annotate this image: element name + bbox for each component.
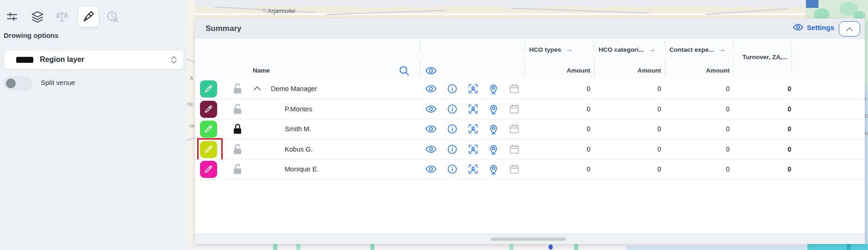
visibility-eye-icon[interactable] xyxy=(425,83,437,95)
row-name: Monique E. xyxy=(285,159,318,179)
row-name: Smith M. xyxy=(285,119,311,139)
edit-pencil-button[interactable] xyxy=(200,101,217,118)
scales-tool-button[interactable] xyxy=(51,6,73,27)
info-icon[interactable] xyxy=(446,163,458,175)
app-screen: Arjamsvlei A ng rie t D la xyxy=(0,0,868,250)
calendar-icon[interactable] xyxy=(508,163,520,175)
history-user-icon xyxy=(106,10,119,24)
edit-pencil-button[interactable] xyxy=(200,141,217,158)
map-text-fragment: t xyxy=(865,96,866,102)
map-place-marker-icon xyxy=(263,9,266,12)
drawing-options-title: Drowing options xyxy=(4,31,58,39)
collapse-row-chevron-icon[interactable] xyxy=(253,86,261,91)
layer-select[interactable]: Region layer xyxy=(4,50,184,69)
amount-value: 0 xyxy=(679,119,730,139)
column-name[interactable]: Name xyxy=(253,62,270,79)
calendar-icon[interactable] xyxy=(508,123,520,135)
location-pin-icon[interactable] xyxy=(487,103,500,115)
table-body: Demo Manager 0 0 0 0 xyxy=(195,79,865,180)
search-icon[interactable] xyxy=(398,65,410,77)
chevron-up-icon xyxy=(846,27,853,31)
location-pin-icon[interactable] xyxy=(487,123,500,135)
marker-icon xyxy=(81,10,95,24)
amount-value: 0 xyxy=(610,140,661,159)
amount-value: 0 xyxy=(539,119,590,139)
pencil-icon xyxy=(204,84,213,94)
settings-eye-icon xyxy=(793,23,804,31)
location-pin-icon[interactable] xyxy=(487,83,500,95)
amount-value: 0 xyxy=(539,159,590,179)
split-venue-toggle[interactable] xyxy=(4,77,32,90)
column-amount[interactable]: Amount xyxy=(539,62,590,79)
locate-person-icon[interactable] xyxy=(467,103,479,115)
layers-tool-button[interactable] xyxy=(27,6,48,27)
marker-tool-button[interactable] xyxy=(78,6,99,27)
edit-pencil-button[interactable] xyxy=(200,80,217,98)
info-icon[interactable] xyxy=(446,83,458,95)
amount-value: 0 xyxy=(610,119,661,139)
table-row: Kobus G. 0 0 0 0 xyxy=(195,140,865,160)
settings-link[interactable]: Settings xyxy=(793,23,834,31)
column-amount[interactable]: Amount xyxy=(679,62,730,79)
locate-person-icon[interactable] xyxy=(467,163,479,175)
map-text-fragment: A xyxy=(190,75,193,81)
visibility-eye-icon[interactable] xyxy=(425,123,437,135)
toggle-knob xyxy=(6,79,16,88)
amount-value: 0 xyxy=(679,99,730,119)
turnover-value: 0 xyxy=(740,99,791,119)
row-name: Kobus G. xyxy=(285,140,312,159)
location-pin-icon[interactable] xyxy=(487,163,500,175)
amount-value: 0 xyxy=(610,99,661,119)
visibility-all-eye-icon[interactable] xyxy=(425,65,437,77)
select-chevrons-icon xyxy=(171,56,177,64)
turnover-value: 0 xyxy=(740,119,791,139)
summary-panel-header: Summary Settings xyxy=(195,18,865,39)
calendar-icon[interactable] xyxy=(508,143,520,155)
row-name: Demo Manager xyxy=(271,79,317,99)
amount-value: 0 xyxy=(539,140,590,159)
column-group-contact-expenses[interactable]: Contact expe...→ xyxy=(669,45,725,53)
visibility-eye-icon[interactable] xyxy=(425,163,437,175)
column-amount[interactable]: Amount xyxy=(610,62,661,79)
locate-person-icon[interactable] xyxy=(467,123,479,135)
collapse-panel-button[interactable] xyxy=(839,21,860,37)
visibility-eye-icon[interactable] xyxy=(425,103,437,115)
lock-icon[interactable] xyxy=(232,163,243,175)
amount-value: 0 xyxy=(610,159,661,179)
pencil-icon xyxy=(204,104,213,114)
table-row: Demo Manager 0 0 0 0 xyxy=(195,79,865,99)
info-icon[interactable] xyxy=(446,103,458,115)
column-group-hco-categories[interactable]: HCO categori...→ xyxy=(599,45,656,53)
lock-icon[interactable] xyxy=(232,123,243,135)
calendar-icon[interactable] xyxy=(508,83,520,95)
adjustments-icon xyxy=(6,11,18,23)
amount-value: 0 xyxy=(539,99,590,119)
lock-icon[interactable] xyxy=(232,143,243,155)
location-pin-icon[interactable] xyxy=(487,143,500,155)
scales-icon xyxy=(55,10,69,24)
calendar-icon[interactable] xyxy=(508,103,520,115)
lock-icon[interactable] xyxy=(232,103,243,115)
pencil-icon xyxy=(204,145,213,154)
locate-person-icon[interactable] xyxy=(467,83,479,95)
table-row: Monique E. 0 0 0 0 xyxy=(195,159,865,180)
lock-icon[interactable] xyxy=(232,83,243,95)
edit-pencil-button[interactable] xyxy=(200,121,217,138)
visibility-eye-icon[interactable] xyxy=(425,143,437,155)
map-background-right: t D la xyxy=(865,18,868,244)
info-icon[interactable] xyxy=(446,143,458,155)
history-user-tool-button[interactable] xyxy=(102,6,123,27)
map-place-label: Arjamsvlei xyxy=(263,7,295,14)
adjustments-tool-button[interactable] xyxy=(1,6,23,27)
split-venue-label: Split venue xyxy=(41,79,75,86)
horizontal-scrollbar-thumb[interactable] xyxy=(491,238,566,241)
info-icon[interactable] xyxy=(446,123,458,135)
amount-value: 0 xyxy=(610,79,661,99)
locate-person-icon[interactable] xyxy=(467,143,479,155)
column-group-hco-types[interactable]: HCO types→ xyxy=(529,45,573,53)
summary-panel: Summary Settings xyxy=(195,18,865,244)
pencil-icon xyxy=(204,165,213,174)
layer-select-value: Region layer xyxy=(40,55,171,64)
column-turnover[interactable]: Turnover, ZA,... xyxy=(695,54,787,61)
edit-pencil-button[interactable] xyxy=(200,161,217,178)
